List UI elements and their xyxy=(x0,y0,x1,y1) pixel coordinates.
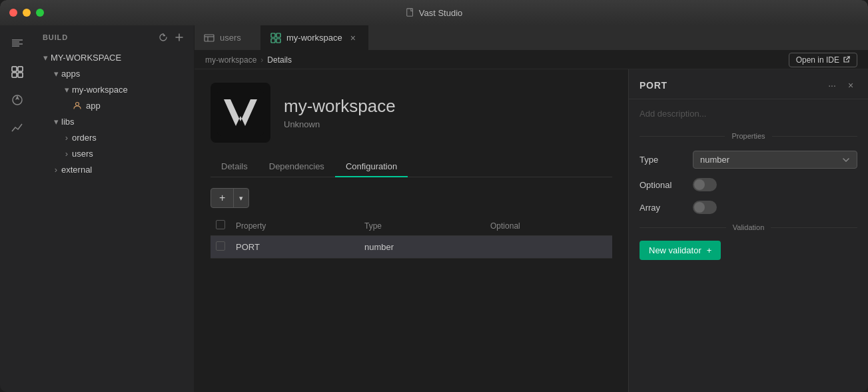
sidebar-item-users[interactable]: › users xyxy=(35,145,194,161)
tab-my-workspace-label: my-workspace xyxy=(286,33,342,43)
panel-close-button[interactable]: × xyxy=(844,79,857,92)
type-select[interactable]: number xyxy=(693,151,857,169)
breadcrumb-separator: › xyxy=(260,55,263,65)
table-header-row: Property Type Optional xyxy=(211,216,612,236)
app-icon xyxy=(72,100,83,111)
sidebar-section-label: BUILD xyxy=(43,33,68,41)
external-label: external xyxy=(61,165,92,175)
content-area: users my-workspace × my-workspace › Deta… xyxy=(195,25,868,392)
expand-arrow-icon: › xyxy=(61,132,72,143)
sidebar-item-app[interactable]: app xyxy=(35,97,194,113)
sidebar-item-external[interactable]: › external xyxy=(35,161,194,177)
collapse-arrow-icon: ▾ xyxy=(51,116,61,127)
col-optional: Optional xyxy=(485,216,612,236)
add-property-button[interactable]: + ▾ xyxy=(211,188,249,208)
validation-divider-line-left xyxy=(640,227,726,228)
divider-line-right xyxy=(772,136,857,137)
window-title: Vast Studio xyxy=(406,8,463,18)
breadcrumb-current: Details xyxy=(267,55,292,65)
dropdown-arrow-icon: ▾ xyxy=(239,194,243,203)
sidebar-item-orders[interactable]: › orders xyxy=(35,129,194,145)
sidebar: BUILD ▾ MY-WO xyxy=(35,25,195,392)
tab-my-workspace[interactable]: my-workspace × xyxy=(261,25,368,50)
properties-divider: Properties xyxy=(640,132,857,140)
minimize-button[interactable] xyxy=(23,9,31,17)
close-button[interactable] xyxy=(9,9,17,17)
svg-rect-19 xyxy=(276,39,280,43)
right-panel: PORT ··· × Add description... Properties xyxy=(628,69,868,392)
row-checkbox[interactable] xyxy=(216,241,225,251)
sidebar-item-my-workspace-app[interactable]: ▾ my-workspace xyxy=(35,81,194,97)
app-body: BUILD ▾ MY-WO xyxy=(0,25,868,392)
workspace-header: my-workspace Unknown xyxy=(211,83,612,143)
activity-deploy-icon[interactable] xyxy=(5,88,29,112)
breadcrumb-right: Open in IDE xyxy=(789,53,857,67)
type-value: number xyxy=(693,151,857,169)
col-type: Type xyxy=(359,216,485,236)
array-toggle[interactable] xyxy=(693,201,717,214)
tab-configuration[interactable]: Configuration xyxy=(335,156,408,177)
add-icon: + xyxy=(219,192,225,204)
table-toolbar: + ▾ xyxy=(211,188,612,208)
properties-label: Properties xyxy=(731,132,765,140)
tab-dependencies[interactable]: Dependencies xyxy=(258,156,335,177)
v-logo-icon xyxy=(217,89,264,136)
svg-rect-13 xyxy=(205,35,214,41)
grid-icon xyxy=(270,33,281,43)
workspace-info: my-workspace Unknown xyxy=(284,96,396,129)
titlebar: Vast Studio xyxy=(0,0,868,25)
activity-bar xyxy=(0,25,35,392)
type-select-value: number xyxy=(700,155,729,165)
apps-label: apps xyxy=(61,69,80,79)
optional-toggle[interactable] xyxy=(693,178,717,191)
sidebar-header: BUILD xyxy=(35,25,194,47)
sidebar-item-libs[interactable]: ▾ libs xyxy=(35,113,194,129)
collapse-arrow-icon: ▾ xyxy=(61,84,72,95)
tab-close-button[interactable]: × xyxy=(348,33,358,43)
maximize-button[interactable] xyxy=(36,9,44,17)
add-button[interactable] xyxy=(173,31,186,44)
new-validator-button[interactable]: New validator + xyxy=(640,241,721,260)
svg-rect-7 xyxy=(12,73,17,77)
tab-users[interactable]: users xyxy=(195,25,261,50)
select-all-checkbox[interactable] xyxy=(216,220,225,229)
sidebar-item-apps[interactable]: ▾ apps xyxy=(35,65,194,81)
add-property-dropdown[interactable]: ▾ xyxy=(234,191,248,206)
optional-toggle-container xyxy=(693,178,857,191)
expand-arrow-icon: › xyxy=(51,164,61,175)
sidebar-item-my-workspace[interactable]: ▾ MY-WORKSPACE xyxy=(35,49,194,65)
panel-more-button[interactable]: ··· xyxy=(825,79,839,92)
tab-details[interactable]: Details xyxy=(211,156,258,177)
content-tabs: Details Dependencies Configuration xyxy=(211,156,612,177)
activity-workspace-icon[interactable] xyxy=(5,60,29,84)
libs-label: libs xyxy=(61,117,75,127)
add-property-main[interactable]: + xyxy=(211,189,234,207)
expand-arrow-icon: › xyxy=(61,148,72,159)
validation-divider-line-right xyxy=(771,227,857,228)
table-row[interactable]: PORT number xyxy=(211,236,612,259)
collapse-arrow-icon: ▾ xyxy=(51,68,61,79)
sidebar-tree: ▾ MY-WORKSPACE ▾ apps ▾ my-workspace xyxy=(35,47,194,392)
svg-line-20 xyxy=(847,57,850,60)
right-panel-title: PORT xyxy=(640,80,825,91)
svg-rect-8 xyxy=(18,73,23,77)
right-panel-body: Add description... Properties Type numbe… xyxy=(629,99,868,392)
breadcrumb-workspace[interactable]: my-workspace xyxy=(205,55,256,65)
activity-chart-icon[interactable] xyxy=(5,116,29,140)
description-placeholder[interactable]: Add description... xyxy=(640,109,857,119)
activity-list-icon[interactable] xyxy=(5,32,29,56)
new-validator-icon: + xyxy=(707,245,712,255)
app-title: Vast Studio xyxy=(419,8,463,18)
svg-point-12 xyxy=(76,103,79,106)
row-optional-cell xyxy=(485,236,612,259)
tab-bar: users my-workspace × xyxy=(195,25,868,51)
refresh-button[interactable] xyxy=(157,31,170,44)
optional-label: Optional xyxy=(640,180,693,190)
type-property-row: Type number xyxy=(640,151,857,169)
optional-property-row: Optional xyxy=(640,178,857,191)
workspace-name: my-workspace xyxy=(284,96,396,117)
divider-line-left xyxy=(640,136,725,137)
users-label: users xyxy=(72,149,93,159)
right-panel-header: PORT ··· × xyxy=(629,69,868,99)
open-in-ide-button[interactable]: Open in IDE xyxy=(789,53,857,67)
